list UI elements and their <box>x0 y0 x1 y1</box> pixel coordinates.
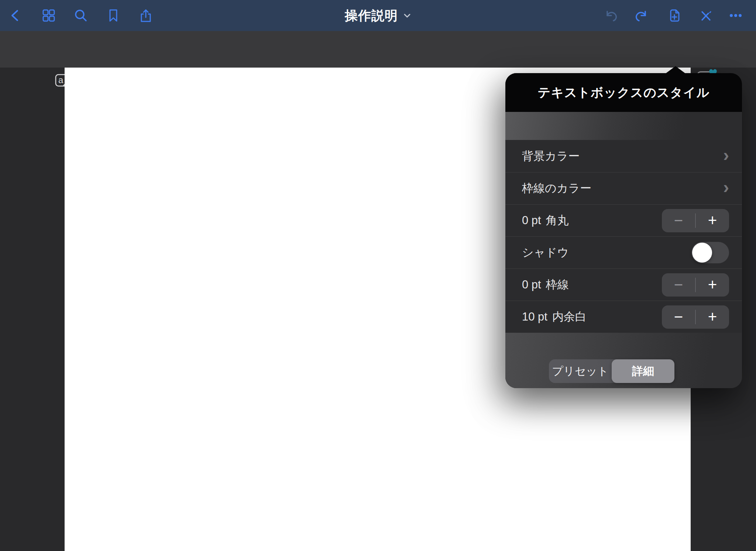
undo-icon <box>602 7 619 24</box>
undo-button[interactable] <box>601 5 621 26</box>
tools-toolbar: a <box>0 31 756 68</box>
plus-button[interactable]: + <box>696 209 729 232</box>
row-shadow: シャドウ <box>505 236 742 268</box>
row-label: 0 pt 角丸 <box>522 213 569 228</box>
minus-button[interactable]: − <box>662 273 695 297</box>
redo-button[interactable] <box>631 5 652 26</box>
toggle-knob <box>692 243 712 263</box>
padding-stepper: − + <box>662 305 729 329</box>
search-button[interactable] <box>71 5 91 26</box>
top-navigation-bar: 操作説明 <box>0 0 756 31</box>
corner-radius-stepper: − + <box>662 209 729 232</box>
add-page-icon <box>666 7 683 24</box>
border-width-stepper: − + <box>662 273 729 297</box>
border-width-value: 0 pt <box>522 278 541 291</box>
redo-icon <box>633 7 650 24</box>
corner-radius-value: 0 pt <box>522 214 541 227</box>
plus-button[interactable]: + <box>696 305 729 329</box>
row-padding: 10 pt 内余白 − + <box>505 301 742 333</box>
minus-button[interactable]: − <box>662 305 695 329</box>
row-background-color[interactable]: 背景カラー › <box>505 140 742 172</box>
corner-radius-label: 角丸 <box>546 213 569 228</box>
bookmark-icon <box>105 7 121 24</box>
share-icon <box>138 7 154 24</box>
popover-footer: プリセット 詳細 <box>505 333 742 388</box>
row-label: 枠線のカラー <box>522 181 591 196</box>
textbox-style-popover: テキストボックスのスタイル 背景カラー › 枠線のカラー › 0 pt 角丸 −… <box>505 73 742 388</box>
popover-title: テキストボックスのスタイル <box>538 84 709 101</box>
svg-text:a: a <box>58 75 63 85</box>
back-icon <box>7 7 24 24</box>
padding-value: 10 pt <box>522 310 547 324</box>
popover-preview-band <box>505 112 742 140</box>
back-button[interactable] <box>5 5 26 26</box>
pen-cross-icon <box>698 7 714 24</box>
plus-button[interactable]: + <box>696 273 729 297</box>
share-button[interactable] <box>135 5 156 26</box>
scribble-toggle-button[interactable] <box>695 5 716 26</box>
minus-button[interactable]: − <box>662 209 695 232</box>
pages-overview-button[interactable] <box>38 5 59 26</box>
bookmark-button[interactable] <box>103 5 124 26</box>
popover-caret <box>666 66 685 73</box>
shadow-toggle-off[interactable] <box>691 242 729 263</box>
row-label: 0 pt 枠線 <box>522 277 569 292</box>
padding-label: 内余白 <box>552 309 587 325</box>
preset-tab[interactable]: プリセット <box>549 359 612 383</box>
pages-grid-icon <box>41 7 57 24</box>
row-label: シャドウ <box>522 245 569 260</box>
preset-detail-segmented-control: プリセット 詳細 <box>549 359 674 383</box>
row-corner-radius: 0 pt 角丸 − + <box>505 204 742 236</box>
row-border-width: 0 pt 枠線 − + <box>505 268 742 301</box>
detail-tab-selected[interactable]: 詳細 <box>612 359 674 383</box>
notes-app-window: 操作説明 <box>0 0 756 551</box>
search-icon <box>73 7 89 24</box>
row-label: 背景カラー <box>522 148 580 164</box>
row-label: 10 pt 内余白 <box>522 309 587 325</box>
add-page-button[interactable] <box>664 5 685 26</box>
title-chevron-down-icon[interactable] <box>403 12 411 19</box>
more-icon <box>727 7 744 24</box>
more-button[interactable] <box>725 5 746 26</box>
row-border-color[interactable]: 枠線のカラー › <box>505 172 742 204</box>
border-width-label: 枠線 <box>546 277 569 292</box>
page-title[interactable]: 操作説明 <box>345 7 398 24</box>
popover-header: テキストボックスのスタイル <box>505 73 742 112</box>
